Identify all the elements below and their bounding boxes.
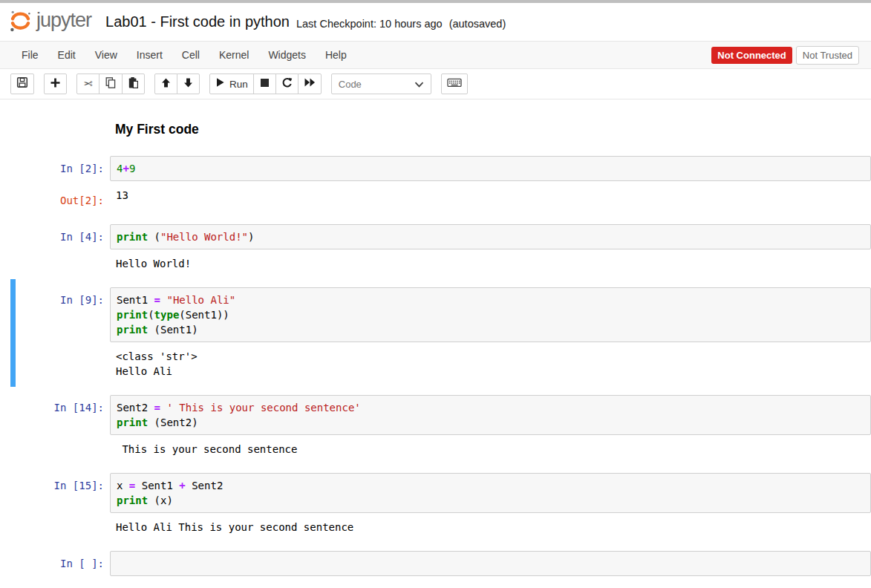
menu-widgets[interactable]: Widgets [258, 43, 316, 67]
cell-type-select[interactable]: Code [331, 74, 431, 94]
jupyter-wordmark: jupyter [36, 9, 91, 32]
interrupt-kernel-button[interactable] [253, 74, 276, 94]
notebook-header: jupyter Lab01 - First code in python Las… [0, 3, 871, 41]
toolbar-group [10, 74, 34, 94]
menu-kernel[interactable]: Kernel [209, 43, 258, 67]
output-prompt [10, 520, 110, 525]
jupyter-logo-icon [7, 8, 33, 36]
kernel-status-badge: Not Connected [711, 47, 792, 64]
code-input-area[interactable] [110, 551, 871, 576]
toolbar-group [44, 74, 67, 94]
autosave-status: (autosaved) [449, 18, 506, 30]
open-command-palette-button[interactable] [441, 74, 468, 94]
run-button[interactable]: Run [209, 74, 254, 94]
output-prompt [10, 442, 110, 447]
restart-run-all-button[interactable] [298, 74, 322, 94]
code-input-area[interactable]: Sent2 = ' This is your second sentence' … [110, 395, 871, 435]
copy-cells-button[interactable] [99, 74, 123, 94]
menu-items: FileEditViewInsertCellKernelWidgetsHelp [12, 43, 356, 67]
cut-icon: ✂ [83, 77, 93, 91]
checkpoint-status: Last Checkpoint: 10 hours ago [296, 18, 443, 30]
restart-icon [281, 77, 293, 91]
output-prompt [10, 349, 110, 354]
menu-file[interactable]: File [12, 43, 48, 67]
input-prompt: In [4]: [10, 224, 110, 244]
cell-type-value: Code [339, 79, 362, 90]
toolbar-group [154, 74, 200, 94]
markdown-heading-cell[interactable]: My First code [110, 111, 871, 142]
stop-icon [260, 77, 270, 91]
input-prompt: In [9]: [10, 287, 110, 307]
cell-output: 13 [110, 188, 871, 203]
code-input-area[interactable]: Sent1 = "Hello Ali" print(type(Sent1)) p… [110, 287, 871, 342]
move-cells-up-button[interactable] [154, 74, 177, 94]
menu-cell[interactable]: Cell [172, 43, 209, 67]
restart-kernel-button[interactable] [275, 74, 299, 94]
cell-list: In [2]:4+9Out[2]:13In [4]:print ("Hello … [10, 148, 871, 584]
toolbar-group: Run [209, 74, 322, 94]
notebook-title[interactable]: Lab01 - First code in python [105, 13, 290, 30]
keyboard-icon [447, 76, 462, 91]
toolbar: ✂Run Code [0, 69, 871, 99]
code-cell[interactable]: In [14]:Sent2 = ' This is your second se… [10, 387, 871, 465]
menubar: FileEditViewInsertCellKernelWidgetsHelp … [0, 41, 871, 69]
paste-cells-button[interactable] [122, 74, 145, 94]
cut-cells-button[interactable]: ✂ [76, 74, 100, 94]
menu-view[interactable]: View [85, 43, 127, 67]
menu-insert[interactable]: Insert [127, 43, 172, 67]
output-prompt: Out[2]: [10, 188, 110, 208]
code-cell[interactable]: In [15]:x = Sent1 + Sent2 print (x)Hello… [10, 465, 871, 543]
code-cell[interactable]: In [ ]: [10, 543, 871, 584]
notebook-container: My First code In [2]:4+9Out[2]:13In [4]:… [0, 99, 871, 584]
cell-output: Hello World! [110, 256, 871, 271]
copy-icon [105, 76, 117, 92]
toolbar-group: ✂ [76, 74, 145, 94]
trust-status-badge[interactable]: Not Trusted [796, 46, 859, 65]
menubar-right: Not Connected Not Trusted [711, 46, 859, 65]
move-cells-down-button[interactable] [177, 74, 200, 94]
cell-output: This is your second sentence [110, 442, 871, 457]
jupyter-logo[interactable]: jupyter [7, 8, 91, 36]
code-input-area[interactable]: x = Sent1 + Sent2 print (x) [110, 473, 871, 513]
arrow-up-icon [160, 77, 172, 91]
code-cell[interactable]: In [4]:print ("Hello World!")Hello World… [10, 216, 871, 279]
save-button[interactable] [10, 74, 34, 94]
fast-forward-icon [304, 77, 316, 91]
toolbar-button-groups: ✂Run [10, 74, 322, 94]
paste-icon [128, 76, 139, 92]
cell-output: Hello Ali This is your second sentence [110, 520, 871, 535]
input-prompt: In [14]: [10, 395, 110, 415]
save-icon [16, 76, 28, 91]
code-cell[interactable]: In [9]:Sent1 = "Hello Ali" print(type(Se… [10, 279, 871, 387]
output-prompt [10, 256, 110, 261]
menu-edit[interactable]: Edit [48, 43, 85, 67]
input-prompt: In [2]: [10, 156, 110, 176]
cell-output: <class 'str'> Hello Ali [110, 349, 871, 379]
run-button-label: Run [229, 79, 248, 90]
input-prompt: In [15]: [10, 473, 110, 493]
run-icon [215, 77, 225, 91]
code-input-area[interactable]: 4+9 [110, 156, 871, 181]
code-input-area[interactable]: print ("Hello World!") [110, 224, 871, 249]
menu-help[interactable]: Help [316, 43, 356, 67]
insert-cell-below-button[interactable] [44, 74, 67, 94]
chevron-down-icon [414, 77, 424, 91]
code-cell[interactable]: In [2]:4+9Out[2]:13 [10, 148, 871, 216]
add-cell-icon [50, 77, 61, 91]
arrow-down-icon [183, 77, 194, 91]
input-prompt: In [ ]: [10, 551, 110, 571]
